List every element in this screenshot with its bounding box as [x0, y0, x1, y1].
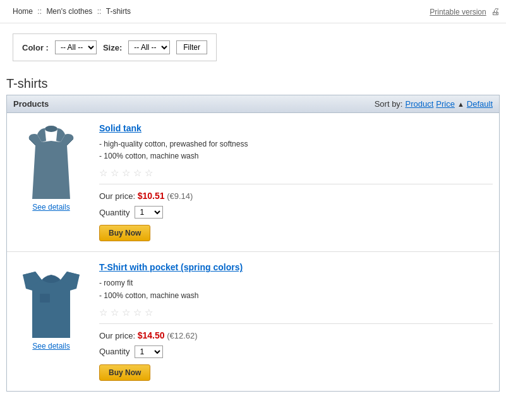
- breadcrumb: Home :: Men's clothes :: T-shirts: [6, 3, 137, 20]
- color-filter-label: Color :: [22, 43, 49, 52]
- quantity-row-1: Quantity 1 2 3: [99, 206, 493, 219]
- sort-price-link[interactable]: Price: [436, 99, 455, 109]
- product-image-tshirt: [20, 262, 83, 338]
- printer-icon: 🖨: [491, 6, 500, 16]
- breadcrumb-home[interactable]: Home: [13, 7, 33, 16]
- price-row-1: Our price: $10.51 (€9.14): [99, 184, 493, 201]
- svg-point-0: [45, 126, 57, 132]
- quantity-select-1[interactable]: 1 2 3: [135, 206, 163, 219]
- star-2-3[interactable]: ☆: [122, 307, 132, 317]
- breadcrumb-sep-2: ::: [97, 7, 104, 16]
- product-stars-1: ☆ ☆ ☆ ☆ ☆: [99, 167, 493, 177]
- sort-by-label: Sort by:: [375, 99, 403, 109]
- product-description-2: - roomy fit - 100% cotton, machine wash: [99, 277, 493, 301]
- product-image-tank: [20, 123, 83, 199]
- products-header-label: Products: [13, 99, 49, 109]
- star-2-5[interactable]: ☆: [145, 307, 155, 317]
- sort-controls: Sort by: Product Price ▲ Default: [375, 99, 493, 109]
- product-desc-line-2-2: - 100% cotton, machine wash: [99, 290, 493, 302]
- price-eur-1: (€9.14): [167, 191, 193, 201]
- star-2-2[interactable]: ☆: [111, 307, 121, 317]
- star-2[interactable]: ☆: [111, 167, 121, 177]
- buy-now-button-2[interactable]: Buy Now: [99, 364, 150, 381]
- star-1[interactable]: ☆: [99, 167, 109, 177]
- quantity-row-2: Quantity 1 2 3: [99, 345, 493, 358]
- price-row-2: Our price: $14.50 (€12.62): [99, 323, 493, 340]
- sort-default-link[interactable]: Default: [467, 99, 493, 109]
- breadcrumb-sep-1: ::: [37, 7, 44, 16]
- see-details-link-2[interactable]: See details: [32, 342, 69, 351]
- filter-button[interactable]: Filter: [176, 40, 207, 54]
- quantity-select-2[interactable]: 1 2 3: [135, 345, 163, 358]
- product-desc-line-1-2: - 100% cotton, machine wash: [99, 150, 493, 162]
- product-row: See details Solid tank - high-quality co…: [7, 113, 499, 252]
- buy-now-button-1[interactable]: Buy Now: [99, 225, 150, 241]
- star-4[interactable]: ☆: [133, 167, 143, 177]
- filter-bar: Color : -- All -- Size: -- All -- Filter: [13, 33, 217, 61]
- product-name-link-1[interactable]: Solid tank: [99, 123, 493, 133]
- product-name-link-2[interactable]: T-Shirt with pocket (spring colors): [99, 262, 493, 272]
- star-2-4[interactable]: ☆: [133, 307, 143, 317]
- our-price-label-1: Our price:: [99, 191, 135, 201]
- product-image-col-2: See details: [13, 262, 89, 380]
- sort-arrow: ▲: [457, 100, 464, 108]
- product-image-col: See details: [13, 123, 89, 241]
- products-header: Products Sort by: Product Price ▲ Defaul…: [6, 95, 500, 113]
- product-desc-line-1-1: - high-quality cotton, prewashed for sof…: [99, 138, 493, 150]
- quantity-label-1: Quantity: [99, 208, 130, 217]
- size-filter-select[interactable]: -- All --: [128, 40, 170, 54]
- product-stars-2: ☆ ☆ ☆ ☆ ☆: [99, 307, 493, 317]
- breadcrumb-mens-clothes[interactable]: Men's clothes: [46, 7, 92, 16]
- svg-rect-1: [40, 294, 50, 303]
- breadcrumb-tshirts[interactable]: T-shirts: [106, 7, 131, 16]
- product-desc-line-2-1: - roomy fit: [99, 277, 493, 289]
- quantity-label-2: Quantity: [99, 347, 130, 356]
- sort-product-link[interactable]: Product: [405, 99, 433, 109]
- our-price-label-2: Our price:: [99, 331, 135, 340]
- printable-version-link[interactable]: Printable version 🖨: [430, 6, 500, 16]
- star-2-1[interactable]: ☆: [99, 307, 109, 317]
- star-3[interactable]: ☆: [122, 167, 132, 177]
- see-details-link-1[interactable]: See details: [32, 203, 69, 212]
- product-description-1: - high-quality cotton, prewashed for sof…: [99, 138, 493, 162]
- price-amount-1: $10.51: [138, 191, 165, 201]
- color-filter-select[interactable]: -- All --: [55, 40, 97, 54]
- price-eur-2: (€12.62): [167, 331, 197, 340]
- products-list: See details Solid tank - high-quality co…: [6, 113, 500, 392]
- size-filter-label: Size:: [103, 43, 122, 52]
- page-title: T-shirts: [0, 71, 506, 95]
- product-details-1: Solid tank - high-quality cotton, prewas…: [99, 123, 493, 241]
- product-row-2: See details T-Shirt with pocket (spring …: [7, 252, 499, 390]
- price-amount-2: $14.50: [138, 330, 165, 340]
- product-details-2: T-Shirt with pocket (spring colors) - ro…: [99, 262, 493, 380]
- star-5[interactable]: ☆: [145, 167, 155, 177]
